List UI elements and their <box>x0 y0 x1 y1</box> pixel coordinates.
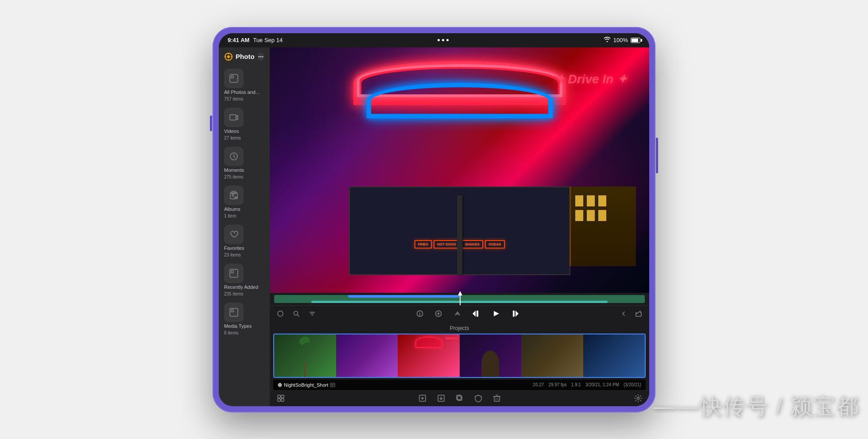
bottom-center <box>418 393 502 403</box>
neon-ring <box>367 83 553 118</box>
thumb-4 <box>460 334 522 377</box>
moments-icon <box>224 147 244 166</box>
sidebar-item-media-types[interactable]: Media Types 6 items <box>219 299 270 338</box>
right-building <box>570 186 636 266</box>
albums-count: 1 item <box>224 214 264 218</box>
copy-button[interactable] <box>455 393 465 403</box>
play-button[interactable] <box>488 306 503 321</box>
moments-count: 275 items <box>224 175 264 179</box>
search-button[interactable] <box>290 307 302 320</box>
svg-rect-10 <box>231 76 233 78</box>
svg-rect-35 <box>330 383 335 387</box>
grid-button[interactable] <box>276 393 286 403</box>
svg-rect-38 <box>278 395 280 398</box>
app-title: Photo <box>236 53 255 60</box>
svg-rect-23 <box>310 312 315 313</box>
watermark: ——快传号 / 颍宝都 <box>654 392 859 421</box>
status-time: 9:41 AM <box>228 37 249 43</box>
building-windows <box>575 195 606 221</box>
videos-icon <box>224 108 244 127</box>
controls-center <box>414 306 522 321</box>
svg-rect-17 <box>231 271 233 273</box>
sidebar-item-all-photos[interactable]: All Photos and... 757 items <box>219 65 270 104</box>
bottom-left <box>276 393 286 403</box>
add-clip-button[interactable] <box>418 393 427 403</box>
outer-background: 9:41 AM Tue Sep 14 <box>0 0 868 439</box>
battery-fill <box>632 39 638 42</box>
project-name: NightSoBright_Short <box>284 382 328 388</box>
svg-point-8 <box>262 56 263 57</box>
svg-rect-39 <box>281 395 284 398</box>
sidebar-item-moments[interactable]: Moments 275 items <box>219 143 270 182</box>
more-button[interactable] <box>257 53 264 61</box>
side-button-left[interactable] <box>210 116 212 131</box>
sidebar-item-recently-added[interactable]: Recently Added 235 items <box>219 260 270 299</box>
mini-roof <box>415 337 442 348</box>
voiceover-button[interactable] <box>451 307 463 320</box>
sidebar-item-favorites[interactable]: Favorites 23 items <box>219 221 270 260</box>
mini-sign-3: SHAKES <box>461 240 483 249</box>
ipad-device: 9:41 AM Tue Sep 14 <box>213 27 655 412</box>
bottom-right <box>633 393 643 403</box>
sidebar-header: Photo <box>219 47 270 65</box>
window-3 <box>598 195 606 206</box>
app-logo <box>224 52 233 62</box>
svg-point-1 <box>227 55 230 58</box>
rewind-button[interactable] <box>469 307 482 320</box>
timeline-track[interactable] <box>270 293 649 305</box>
thumb-3: Drive In <box>398 334 460 377</box>
sidebar-item-albums[interactable]: Albums 1 item <box>219 182 270 221</box>
svg-rect-34 <box>513 311 515 317</box>
ipad-screen: 9:41 AM Tue Sep 14 <box>219 33 649 406</box>
svg-rect-25 <box>311 315 313 316</box>
side-button-right[interactable] <box>656 138 658 173</box>
favorites-label: Favorites <box>224 245 264 251</box>
info-button[interactable] <box>414 307 426 320</box>
project-meta: 20.27 29.97 fps 1.9:1 3/20/21, 1:24 PM (… <box>533 382 641 387</box>
timeline-playhead <box>460 293 461 305</box>
record-indicator <box>278 383 282 387</box>
svg-rect-11 <box>230 115 236 120</box>
drive-text: Drive In <box>446 337 457 340</box>
all-photos-icon <box>224 69 244 88</box>
add-button[interactable] <box>432 307 445 320</box>
svg-rect-41 <box>281 399 284 401</box>
settings-button[interactable] <box>633 393 643 403</box>
svg-rect-18 <box>230 308 238 316</box>
video-preview: ✦ Drive In ✦ FRIES HOT DOGS SHAKES SODAS <box>270 47 649 293</box>
project-name-icon <box>330 382 335 388</box>
project-ratio: 1.9:1 <box>571 382 581 387</box>
thumb-5 <box>521 334 583 377</box>
svg-rect-24 <box>310 314 314 315</box>
svg-rect-40 <box>278 399 280 401</box>
battery-icon <box>631 38 640 43</box>
forward-button[interactable] <box>509 307 522 320</box>
delete-button[interactable] <box>492 393 502 403</box>
face-silhouette <box>481 350 499 377</box>
controls-left <box>274 307 318 320</box>
svg-point-28 <box>419 312 420 313</box>
project-strip[interactable]: Drive In <box>273 334 646 378</box>
media-types-count: 6 items <box>224 330 264 335</box>
media-types-icon <box>224 303 244 322</box>
controls-right <box>616 307 645 320</box>
svg-rect-9 <box>230 74 238 82</box>
project-date2: (3/20/21) <box>624 382 641 387</box>
undo-button[interactable] <box>274 307 287 320</box>
recently-added-label: Recently Added <box>224 284 264 290</box>
all-photos-count: 757 items <box>224 97 264 101</box>
share-button[interactable] <box>632 307 645 320</box>
status-left: 9:41 AM Tue Sep 14 <box>228 37 283 43</box>
battery-percent: 100% <box>613 37 628 43</box>
filter-button[interactable] <box>306 307 318 320</box>
import-button[interactable] <box>436 393 446 403</box>
albums-icon <box>224 186 244 205</box>
svg-point-53 <box>637 397 639 400</box>
projects-header: Projects <box>270 322 649 334</box>
svg-line-22 <box>298 315 299 317</box>
all-photos-label: All Photos and... <box>224 89 264 95</box>
thumb-2 <box>336 334 398 377</box>
shield-button[interactable] <box>473 393 483 403</box>
sidebar-item-videos[interactable]: Videos 27 items <box>219 104 270 143</box>
redo-button[interactable] <box>616 307 629 320</box>
